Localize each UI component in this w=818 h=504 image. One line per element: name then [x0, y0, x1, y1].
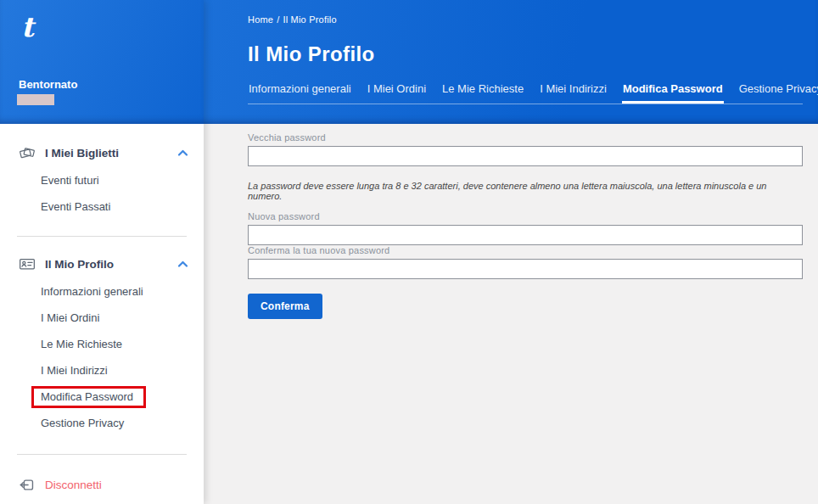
- sidebar-section-i-miei-biglietti[interactable]: I Miei Biglietti: [0, 137, 204, 168]
- new-password-input[interactable]: [248, 225, 803, 245]
- sidebar-item-informazioni-generali[interactable]: Informazioni generali: [0, 279, 204, 305]
- tickets-icon: [19, 144, 36, 161]
- tab-gestione-privacy[interactable]: Gestione Privacy: [738, 77, 818, 104]
- confirm-password-label: Conferma la tua nuova password: [248, 245, 803, 255]
- page-title: Il Mio Profilo: [248, 42, 375, 66]
- sidebar-divider: [17, 236, 187, 237]
- logout-icon: [19, 477, 35, 493]
- sidebar-item-modifica-password[interactable]: Modifica Password: [0, 384, 204, 411]
- logout-label: Disconnetti: [45, 479, 102, 491]
- welcome-label: Bentornato: [19, 78, 77, 91]
- chevron-up-icon[interactable]: [177, 260, 188, 268]
- tab-i-miei-indirizzi[interactable]: I Miei Indirizzi: [539, 77, 608, 104]
- sidebar-nav: I Miei Biglietti Eventi futuri Eventi Pa…: [0, 124, 204, 493]
- page-header-inner: Home/Il Mio Profilo Il Mio Profilo Infor…: [204, 0, 818, 124]
- breadcrumb-current: Il Mio Profilo: [283, 14, 336, 25]
- old-password-input[interactable]: [248, 146, 803, 166]
- sidebar-item-le-mie-richieste[interactable]: Le Mie Richieste: [0, 332, 204, 358]
- sidebar-section-label: I Miei Biglietti: [45, 147, 119, 160]
- tab-i-miei-ordini[interactable]: I Miei Ordini: [367, 77, 427, 104]
- sidebar-item-gestione-privacy[interactable]: Gestione Privacy: [0, 411, 204, 437]
- modifica-password-highlight-box: Modifica Password: [31, 386, 146, 408]
- sidebar-header: t Bentornato: [0, 0, 204, 124]
- sidebar-divider: [17, 454, 187, 455]
- app-root: Home/Il Mio Profilo Il Mio Profilo Infor…: [0, 0, 818, 504]
- confirm-button[interactable]: Conferma: [248, 294, 322, 319]
- breadcrumb-home-link[interactable]: Home: [248, 14, 273, 25]
- brand-logo[interactable]: t: [21, 14, 34, 41]
- chevron-up-icon[interactable]: [177, 149, 188, 157]
- sidebar: t Bentornato I Miei Biglietti Eventi fut…: [0, 0, 204, 504]
- sidebar-section-label: Il Mio Profilo: [45, 258, 114, 271]
- password-requirements-hint: La password deve essere lunga tra 8 e 32…: [248, 181, 803, 201]
- username-redacted-block: [17, 94, 54, 105]
- sidebar-item-i-miei-indirizzi[interactable]: I Miei Indirizzi: [0, 358, 204, 384]
- new-password-field: Nuova password: [248, 211, 803, 245]
- id-card-icon: [19, 255, 36, 272]
- confirm-password-input[interactable]: [248, 259, 803, 279]
- breadcrumb: Home/Il Mio Profilo: [248, 14, 337, 25]
- profile-tabs: Informazioni generali I Miei Ordini Le M…: [248, 77, 803, 104]
- old-password-label: Vecchia password: [248, 132, 803, 143]
- change-password-form: Vecchia password La password deve essere…: [204, 124, 818, 504]
- new-password-label: Nuova password: [248, 211, 803, 221]
- sidebar-item-i-miei-ordini[interactable]: I Miei Ordini: [0, 305, 204, 332]
- sidebar-section-il-mio-profilo[interactable]: Il Mio Profilo: [0, 249, 204, 279]
- sidebar-item-eventi-futuri[interactable]: Eventi futuri: [0, 168, 204, 194]
- confirm-password-field: Conferma la tua nuova password: [248, 245, 803, 279]
- tab-le-mie-richieste[interactable]: Le Mie Richieste: [441, 77, 524, 104]
- sidebar-item-eventi-passati[interactable]: Eventi Passati: [0, 194, 204, 221]
- breadcrumb-separator: /: [277, 14, 279, 25]
- old-password-field: Vecchia password: [248, 132, 803, 166]
- logout-button[interactable]: Disconnetti: [0, 467, 204, 493]
- tab-modifica-password[interactable]: Modifica Password: [622, 77, 724, 104]
- tab-informazioni-generali[interactable]: Informazioni generali: [248, 77, 352, 104]
